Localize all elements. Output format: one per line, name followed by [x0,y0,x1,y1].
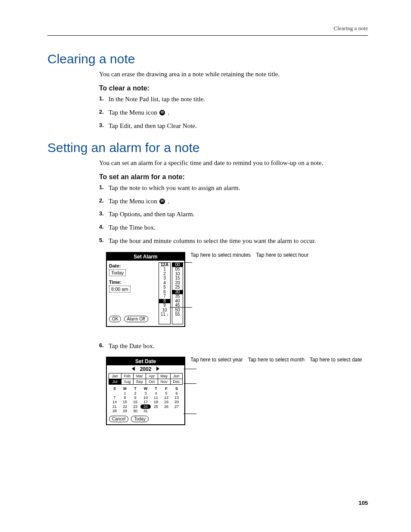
figure-set-alarm: Set Alarm Date: Today Time: 8:00 am OK A… [106,252,368,334]
section2-steps: 1.Tap the note to which you want to assi… [99,184,368,246]
menu-icon [159,199,165,204]
time-label: Time: [109,280,157,285]
step-text: Tap Edit, and then tap Clear Note. [109,121,368,131]
list-item: 1.Tap the note to which you want to assi… [99,184,368,193]
page-number: 105 [358,500,368,506]
section1-steps: 1.In the Note Pad list, tap the note tit… [99,95,368,131]
callout-select-hour: Tap here to select hour [256,252,308,259]
header-rule [47,35,368,36]
list-item: 5.Tap the hour and minute columns to sel… [99,236,368,246]
dialog-title: Set Date [107,358,184,365]
step-text: Tap the Menu icon . [109,197,368,206]
dialog-title: Set Alarm [107,253,184,261]
ok-button[interactable]: OK [109,316,121,322]
page: Clearing a note Clearing a note You can … [0,0,411,532]
section2-intro: You can set an alarm for a specific time… [99,159,368,167]
step-text: Tap the Date box. [109,342,368,351]
callout-leader [184,383,196,384]
next-year-icon[interactable] [156,367,159,371]
section1-body: You can erase the drawing area in a note… [99,70,368,131]
content: Clearing a note You can erase the drawin… [47,52,368,443]
callout-select-minutes: Tap here to select minutes [190,252,251,259]
minute-column[interactable]: 00 05 10 15 20 25 30 35 40 45 50 55 [172,262,183,324]
section1-intro: You can erase the drawing area in a note… [99,70,368,78]
callout-select-year: Tap here to select year [190,357,243,364]
list-item: 2.Tap the Menu icon . [99,108,368,118]
step-text: In the Note Pad list, tap the note title… [109,95,368,104]
heading-clearing-a-note: Clearing a note [47,52,368,66]
time-field[interactable]: 8:00 am [109,286,131,292]
list-item: 1.In the Note Pad list, tap the note tit… [99,95,368,104]
alarm-off-button[interactable]: Alarm Off [124,316,148,322]
list-item: 3.Tap Options, and then tap Alarm. [99,210,368,219]
year-selector[interactable]: 2002 [107,365,184,373]
cancel-button[interactable]: Cancel [109,416,128,422]
hour-column[interactable]: 12A 1 2 3 4 5 6 7 8 9 10 11 ↓ [159,262,171,324]
callout-leader [170,307,192,308]
section2-body: You can set an alarm for a specific time… [99,159,368,443]
list-item: 4.Tap the Time box. [99,223,368,233]
running-header: Clearing a note [334,25,368,32]
date-field[interactable]: Today [109,269,126,276]
date-label: Date: [109,263,157,268]
section2-steps-cont: 6.Tap the Date box. [99,342,368,351]
callout-select-date: Tap here to select date [310,357,362,364]
list-item: 2.Tap the Menu icon . [99,197,368,206]
step-text: Tap the hour and minute columns to selec… [109,236,368,246]
menu-icon [159,110,165,115]
month-grid[interactable]: JanFebMarAprMayJun JulAugSepOctNovDec [109,373,183,385]
callout-select-month: Tap here to select month [248,357,304,364]
step-text: Tap the Menu icon . [109,108,368,118]
set-date-dialog: Set Date 2002 JanFebMarAprMayJun JulAugS… [106,357,185,425]
heading-setting-an-alarm: Setting an alarm for a note [47,140,368,155]
section2-subhead: To set an alarm for a note: [99,173,368,181]
callout-leader [184,369,196,369]
callout-leader [184,262,192,263]
step-text: Tap the Time box. [109,223,368,233]
figure-set-date: Set Date 2002 JanFebMarAprMayJun JulAugS… [106,357,368,443]
section1-subhead: To clear a note: [99,84,368,92]
list-item: 6.Tap the Date box. [99,342,368,351]
callout-leader [184,414,196,414]
list-item: 3.Tap Edit, and then tap Clear Note. [99,121,368,131]
calendar-grid[interactable]: SMTWTFS 123456 78910111213 1415161718192… [109,386,182,413]
year-value: 2002 [140,366,152,372]
prev-year-icon[interactable] [132,367,135,371]
today-button[interactable]: Today [131,416,149,422]
set-alarm-dialog: Set Alarm Date: Today Time: 8:00 am OK A… [106,252,185,327]
step-text: Tap the note to which you want to assign… [109,184,368,193]
step-text: Tap Options, and then tap Alarm. [109,210,368,219]
